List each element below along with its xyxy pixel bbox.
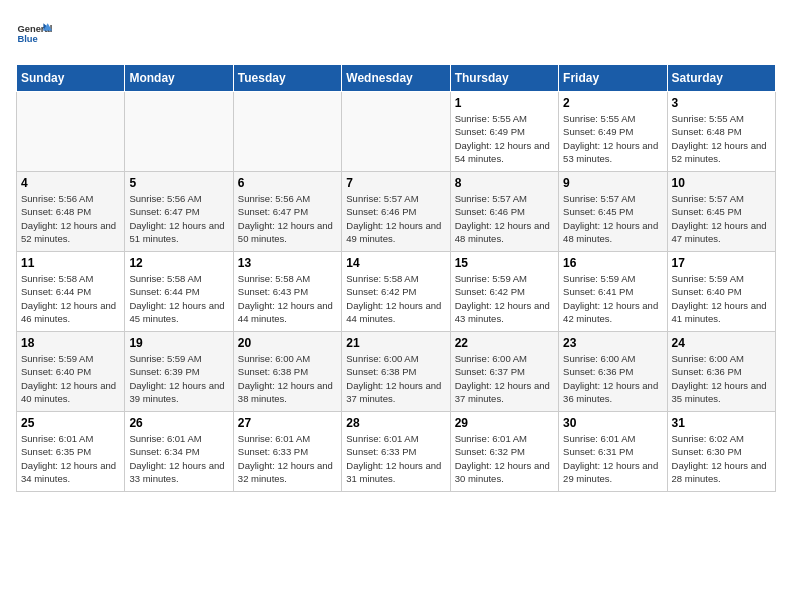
day-number: 8 (455, 176, 554, 190)
header: General Blue (16, 16, 776, 52)
day-detail: Sunrise: 5:57 AMSunset: 6:46 PMDaylight:… (346, 192, 445, 245)
day-detail: Sunrise: 6:01 AMSunset: 6:31 PMDaylight:… (563, 432, 662, 485)
day-cell-6: 6Sunrise: 5:56 AMSunset: 6:47 PMDaylight… (233, 172, 341, 252)
day-number: 17 (672, 256, 771, 270)
day-number: 27 (238, 416, 337, 430)
day-header-sunday: Sunday (17, 65, 125, 92)
day-number: 30 (563, 416, 662, 430)
day-cell-7: 7Sunrise: 5:57 AMSunset: 6:46 PMDaylight… (342, 172, 450, 252)
day-number: 22 (455, 336, 554, 350)
day-cell-25: 25Sunrise: 6:01 AMSunset: 6:35 PMDayligh… (17, 412, 125, 492)
day-number: 4 (21, 176, 120, 190)
day-detail: Sunrise: 6:02 AMSunset: 6:30 PMDaylight:… (672, 432, 771, 485)
day-number: 5 (129, 176, 228, 190)
day-cell-30: 30Sunrise: 6:01 AMSunset: 6:31 PMDayligh… (559, 412, 667, 492)
empty-cell (17, 92, 125, 172)
logo-icon: General Blue (16, 16, 52, 52)
day-cell-24: 24Sunrise: 6:00 AMSunset: 6:36 PMDayligh… (667, 332, 775, 412)
day-detail: Sunrise: 5:58 AMSunset: 6:44 PMDaylight:… (21, 272, 120, 325)
day-cell-16: 16Sunrise: 5:59 AMSunset: 6:41 PMDayligh… (559, 252, 667, 332)
day-number: 29 (455, 416, 554, 430)
day-cell-26: 26Sunrise: 6:01 AMSunset: 6:34 PMDayligh… (125, 412, 233, 492)
calendar-table: SundayMondayTuesdayWednesdayThursdayFrid… (16, 64, 776, 492)
day-number: 16 (563, 256, 662, 270)
day-cell-19: 19Sunrise: 5:59 AMSunset: 6:39 PMDayligh… (125, 332, 233, 412)
day-detail: Sunrise: 5:56 AMSunset: 6:47 PMDaylight:… (129, 192, 228, 245)
day-header-tuesday: Tuesday (233, 65, 341, 92)
day-detail: Sunrise: 5:59 AMSunset: 6:40 PMDaylight:… (672, 272, 771, 325)
day-cell-10: 10Sunrise: 5:57 AMSunset: 6:45 PMDayligh… (667, 172, 775, 252)
day-detail: Sunrise: 5:58 AMSunset: 6:43 PMDaylight:… (238, 272, 337, 325)
day-number: 3 (672, 96, 771, 110)
day-cell-20: 20Sunrise: 6:00 AMSunset: 6:38 PMDayligh… (233, 332, 341, 412)
day-cell-27: 27Sunrise: 6:01 AMSunset: 6:33 PMDayligh… (233, 412, 341, 492)
day-number: 19 (129, 336, 228, 350)
day-header-saturday: Saturday (667, 65, 775, 92)
day-detail: Sunrise: 5:58 AMSunset: 6:44 PMDaylight:… (129, 272, 228, 325)
day-detail: Sunrise: 6:01 AMSunset: 6:33 PMDaylight:… (238, 432, 337, 485)
day-detail: Sunrise: 6:00 AMSunset: 6:36 PMDaylight:… (672, 352, 771, 405)
day-cell-14: 14Sunrise: 5:58 AMSunset: 6:42 PMDayligh… (342, 252, 450, 332)
day-cell-11: 11Sunrise: 5:58 AMSunset: 6:44 PMDayligh… (17, 252, 125, 332)
day-number: 26 (129, 416, 228, 430)
day-cell-31: 31Sunrise: 6:02 AMSunset: 6:30 PMDayligh… (667, 412, 775, 492)
day-number: 13 (238, 256, 337, 270)
week-row-2: 4Sunrise: 5:56 AMSunset: 6:48 PMDaylight… (17, 172, 776, 252)
day-number: 24 (672, 336, 771, 350)
day-header-friday: Friday (559, 65, 667, 92)
day-cell-5: 5Sunrise: 5:56 AMSunset: 6:47 PMDaylight… (125, 172, 233, 252)
day-detail: Sunrise: 6:01 AMSunset: 6:33 PMDaylight:… (346, 432, 445, 485)
day-detail: Sunrise: 6:00 AMSunset: 6:38 PMDaylight:… (238, 352, 337, 405)
day-cell-12: 12Sunrise: 5:58 AMSunset: 6:44 PMDayligh… (125, 252, 233, 332)
day-number: 18 (21, 336, 120, 350)
day-number: 1 (455, 96, 554, 110)
day-header-thursday: Thursday (450, 65, 558, 92)
day-detail: Sunrise: 6:01 AMSunset: 6:32 PMDaylight:… (455, 432, 554, 485)
day-number: 25 (21, 416, 120, 430)
day-cell-4: 4Sunrise: 5:56 AMSunset: 6:48 PMDaylight… (17, 172, 125, 252)
day-detail: Sunrise: 5:56 AMSunset: 6:48 PMDaylight:… (21, 192, 120, 245)
day-detail: Sunrise: 6:00 AMSunset: 6:36 PMDaylight:… (563, 352, 662, 405)
day-detail: Sunrise: 5:55 AMSunset: 6:48 PMDaylight:… (672, 112, 771, 165)
week-row-1: 1Sunrise: 5:55 AMSunset: 6:49 PMDaylight… (17, 92, 776, 172)
week-row-5: 25Sunrise: 6:01 AMSunset: 6:35 PMDayligh… (17, 412, 776, 492)
day-detail: Sunrise: 5:59 AMSunset: 6:42 PMDaylight:… (455, 272, 554, 325)
day-cell-18: 18Sunrise: 5:59 AMSunset: 6:40 PMDayligh… (17, 332, 125, 412)
day-detail: Sunrise: 5:55 AMSunset: 6:49 PMDaylight:… (563, 112, 662, 165)
header-row: SundayMondayTuesdayWednesdayThursdayFrid… (17, 65, 776, 92)
day-number: 10 (672, 176, 771, 190)
empty-cell (342, 92, 450, 172)
day-number: 21 (346, 336, 445, 350)
day-number: 2 (563, 96, 662, 110)
week-row-3: 11Sunrise: 5:58 AMSunset: 6:44 PMDayligh… (17, 252, 776, 332)
day-header-wednesday: Wednesday (342, 65, 450, 92)
day-detail: Sunrise: 6:00 AMSunset: 6:37 PMDaylight:… (455, 352, 554, 405)
day-cell-1: 1Sunrise: 5:55 AMSunset: 6:49 PMDaylight… (450, 92, 558, 172)
logo: General Blue (16, 16, 52, 52)
day-detail: Sunrise: 6:01 AMSunset: 6:34 PMDaylight:… (129, 432, 228, 485)
day-cell-3: 3Sunrise: 5:55 AMSunset: 6:48 PMDaylight… (667, 92, 775, 172)
day-number: 20 (238, 336, 337, 350)
day-cell-17: 17Sunrise: 5:59 AMSunset: 6:40 PMDayligh… (667, 252, 775, 332)
day-number: 7 (346, 176, 445, 190)
empty-cell (125, 92, 233, 172)
day-cell-23: 23Sunrise: 6:00 AMSunset: 6:36 PMDayligh… (559, 332, 667, 412)
day-cell-2: 2Sunrise: 5:55 AMSunset: 6:49 PMDaylight… (559, 92, 667, 172)
day-cell-15: 15Sunrise: 5:59 AMSunset: 6:42 PMDayligh… (450, 252, 558, 332)
day-cell-29: 29Sunrise: 6:01 AMSunset: 6:32 PMDayligh… (450, 412, 558, 492)
day-cell-22: 22Sunrise: 6:00 AMSunset: 6:37 PMDayligh… (450, 332, 558, 412)
day-header-monday: Monday (125, 65, 233, 92)
day-detail: Sunrise: 5:58 AMSunset: 6:42 PMDaylight:… (346, 272, 445, 325)
day-detail: Sunrise: 5:55 AMSunset: 6:49 PMDaylight:… (455, 112, 554, 165)
day-number: 31 (672, 416, 771, 430)
day-number: 28 (346, 416, 445, 430)
empty-cell (233, 92, 341, 172)
day-detail: Sunrise: 5:57 AMSunset: 6:46 PMDaylight:… (455, 192, 554, 245)
day-number: 9 (563, 176, 662, 190)
day-cell-28: 28Sunrise: 6:01 AMSunset: 6:33 PMDayligh… (342, 412, 450, 492)
day-detail: Sunrise: 6:01 AMSunset: 6:35 PMDaylight:… (21, 432, 120, 485)
day-detail: Sunrise: 5:59 AMSunset: 6:41 PMDaylight:… (563, 272, 662, 325)
day-detail: Sunrise: 5:57 AMSunset: 6:45 PMDaylight:… (672, 192, 771, 245)
day-detail: Sunrise: 5:59 AMSunset: 6:39 PMDaylight:… (129, 352, 228, 405)
day-number: 23 (563, 336, 662, 350)
